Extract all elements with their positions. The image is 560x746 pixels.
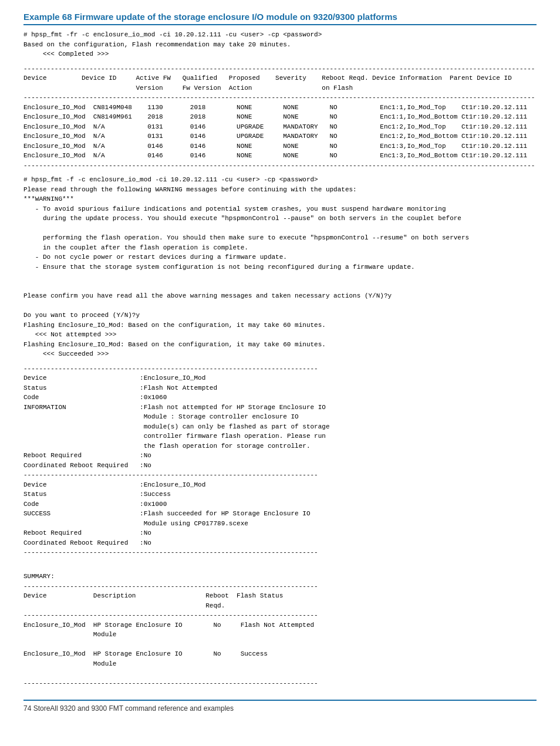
code-section-2: # hpsp_fmt -f -c enclosure_io_mod -ci 10… (23, 175, 537, 359)
code-section-4: SUMMARY: -------------------------------… (23, 562, 537, 688)
code-section-3: ----------------------------------------… (23, 364, 537, 558)
code-section-1: # hpsp_fmt -fr -c enclosure_io_mod -ci 1… (23, 30, 537, 59)
table-section-1: ----------------------------------------… (23, 64, 537, 171)
page-footer: 74 StoreAll 9320 and 9300 FMT command re… (23, 700, 537, 713)
footer-text: 74 StoreAll 9320 and 9300 FMT command re… (23, 704, 234, 713)
page-title: Example 68 Firmware update of the storag… (23, 12, 537, 25)
